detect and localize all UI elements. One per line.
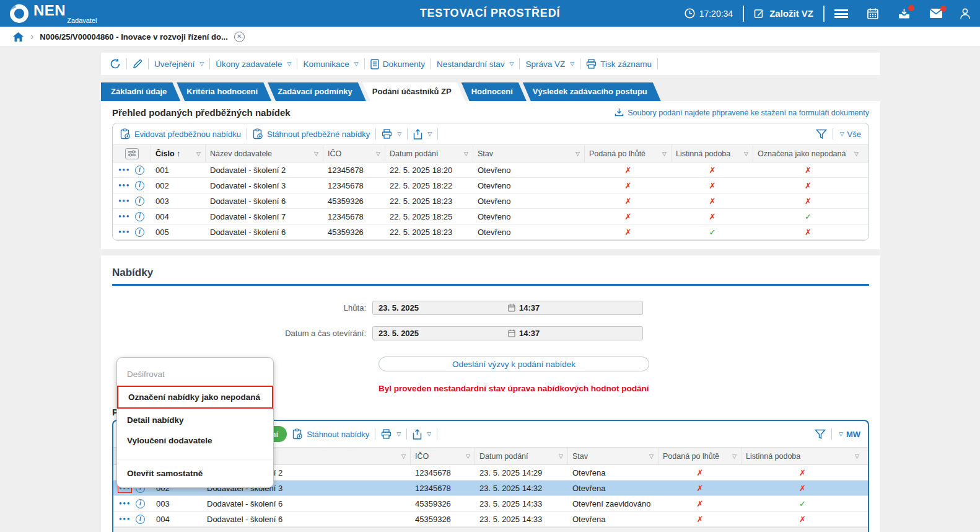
- filter-caret-icon[interactable]: ▽: [466, 453, 470, 459]
- column-header[interactable]: Název dodavatele▽: [206, 145, 323, 162]
- user-icon[interactable]: [959, 7, 971, 20]
- column-header[interactable]: Stav▽: [473, 145, 585, 162]
- filter-caret-icon[interactable]: ▽: [401, 453, 406, 459]
- supplier-name: Dodavatel - školení 6: [206, 197, 323, 206]
- print-table-button[interactable]: ▽: [382, 129, 401, 139]
- row-menu-dots-icon[interactable]: ●●●: [118, 166, 131, 174]
- home-icon[interactable]: [12, 32, 24, 42]
- filter-caret-icon[interactable]: ▽: [855, 453, 859, 459]
- context-menu-item[interactable]: Otevřít samostatně: [117, 463, 273, 484]
- context-menu-item[interactable]: Detail nabídky: [117, 410, 273, 430]
- create-vz-button[interactable]: Založit VZ: [754, 8, 813, 19]
- row-menu-dots-icon[interactable]: ●●●: [118, 212, 131, 221]
- column-header[interactable]: IČO▽: [411, 448, 475, 464]
- column-settings-icon[interactable]: [125, 148, 139, 159]
- column-header[interactable]: Datum podání▽: [385, 145, 473, 162]
- stahnout-nabidky-button[interactable]: Stáhnout nabídky: [292, 428, 369, 440]
- info-icon[interactable]: i: [135, 228, 144, 237]
- table-row[interactable]: ●●●i002Dodavatel - školení 31234567822. …: [113, 178, 868, 193]
- downloads-icon[interactable]: [898, 7, 911, 20]
- filter-icon[interactable]: [815, 429, 826, 440]
- menu-dokumenty[interactable]: Dokumenty: [370, 59, 425, 69]
- filter-preset-mw[interactable]: ▽MW: [838, 430, 860, 439]
- table-row[interactable]: ●●●i001Dodavatel - školení 21234567822. …: [113, 162, 868, 178]
- send-vyzva-button[interactable]: Odeslání výzvy k podání nabídek: [378, 357, 649, 371]
- row-menu-dots-icon[interactable]: ●●●: [118, 181, 131, 190]
- context-menu-item[interactable]: Vyloučení dodavatele: [117, 430, 273, 451]
- filter-caret-icon[interactable]: ▽: [662, 151, 667, 157]
- filter-preset-vse[interactable]: ▽Vše: [839, 130, 861, 139]
- column-header[interactable]: Označena jako nepodaná▽: [753, 145, 863, 162]
- files-download-link[interactable]: Soubory podání najdete připravené ke sta…: [615, 108, 869, 117]
- print-table-button[interactable]: ▽: [381, 429, 401, 439]
- row-menu-dots-icon[interactable]: ●●●: [118, 515, 131, 523]
- filter-icon[interactable]: [816, 129, 827, 140]
- history-button[interactable]: [110, 58, 121, 69]
- row-menu-dots-icon[interactable]: ●●●: [118, 197, 131, 205]
- tab-vysledek[interactable]: Výsledek zadávacího postupu: [523, 82, 661, 101]
- app-logo[interactable]: NEN Zadavatel: [6, 2, 97, 24]
- stahnout-predbezne-button[interactable]: Stáhnout předběžné nabídky: [253, 128, 370, 140]
- column-header[interactable]: Číslo ↑▽: [151, 145, 206, 162]
- menu-sprava-vz[interactable]: Správa VZ▽: [525, 60, 574, 69]
- row-menu-dots-icon[interactable]: ●●●: [118, 499, 131, 508]
- print-record-button[interactable]: Tisk záznamu: [586, 59, 652, 69]
- messages-icon[interactable]: [929, 8, 943, 19]
- info-icon[interactable]: i: [135, 166, 144, 175]
- filter-caret-icon[interactable]: ▽: [575, 151, 580, 157]
- export-table-button[interactable]: ▽: [413, 429, 431, 440]
- heading-rule: [112, 284, 869, 286]
- column-header-label: Datum podání: [479, 452, 528, 461]
- filter-caret-icon[interactable]: ▽: [744, 151, 748, 157]
- table-row[interactable]: ●●●i005Dodavatel - školení 64535932622. …: [113, 224, 868, 240]
- evidovat-nabidku-button[interactable]: Evidovat předběžnou nabídku: [120, 128, 241, 140]
- filter-caret-icon[interactable]: ▽: [376, 151, 380, 157]
- column-header[interactable]: Listinná podoba▽: [742, 448, 864, 464]
- divider: [519, 58, 520, 69]
- info-icon[interactable]: i: [136, 499, 145, 508]
- otevirani-date-value: 23. 5. 2025: [373, 329, 508, 338]
- filter-caret-icon[interactable]: ▽: [649, 453, 654, 459]
- edit-record-button[interactable]: [133, 59, 142, 69]
- row-menu-dots-icon[interactable]: ●●●: [118, 228, 131, 236]
- menu-uverejneni[interactable]: Uveřejnění▽: [154, 60, 204, 69]
- filter-caret-icon[interactable]: ▽: [314, 151, 318, 157]
- tab-zadavaci-podminky[interactable]: Zadávací podmínky: [268, 82, 366, 101]
- menu-nestandardni-stav[interactable]: Nestandardní stav▽: [437, 60, 514, 69]
- info-icon[interactable]: i: [135, 212, 144, 221]
- column-header[interactable]: IČO▽: [323, 145, 385, 162]
- otevirani-field[interactable]: 23. 5. 2025 14:37: [372, 326, 643, 340]
- menu-icon[interactable]: [834, 9, 848, 18]
- tab-zakladni-udaje[interactable]: Základní údaje: [101, 82, 180, 101]
- export-table-button[interactable]: ▽: [413, 129, 432, 140]
- column-header[interactable]: Stav▽: [568, 448, 658, 464]
- calendar-icon[interactable]: [867, 7, 879, 20]
- filter-caret-icon[interactable]: ▽: [196, 151, 201, 157]
- filter-caret-icon[interactable]: ▽: [464, 151, 468, 157]
- filter-caret-icon[interactable]: ▽: [559, 453, 563, 459]
- cross-icon: ✗: [805, 197, 812, 206]
- info-icon[interactable]: i: [136, 515, 145, 524]
- breadcrumb-item[interactable]: N006/25/V00004860 - Inovace v rozvoji ří…: [40, 32, 227, 42]
- filter-caret-icon[interactable]: ▽: [732, 453, 737, 459]
- tab-kriteria-hodnoceni[interactable]: Kritéria hodnocení: [177, 82, 271, 101]
- row-number: 003: [152, 499, 203, 508]
- lhuta-field[interactable]: 23. 5. 2025 14:37: [372, 301, 643, 315]
- close-tab-icon[interactable]: ✕: [234, 32, 245, 42]
- column-header[interactable]: Datum podání▽: [475, 448, 568, 464]
- context-menu-item[interactable]: Označení nabídky jako nepodaná: [117, 386, 273, 409]
- info-icon[interactable]: i: [135, 197, 144, 206]
- info-icon[interactable]: i: [135, 181, 144, 190]
- table-row[interactable]: ●●●i004Dodavatel - školení 71234567822. …: [113, 209, 868, 224]
- tab-hodnoceni[interactable]: Hodnocení: [462, 82, 527, 101]
- column-header[interactable]: Podaná po lhůtě▽: [658, 448, 742, 464]
- menu-ukony-zadavatele[interactable]: Úkony zadavatele▽: [216, 60, 291, 69]
- menu-komunikace[interactable]: Komunikace▽: [303, 60, 358, 69]
- table-row[interactable]: ●●●i003Dodavatel - školení 64535932623. …: [113, 496, 868, 512]
- column-header[interactable]: Listinná podoba▽: [672, 145, 753, 162]
- column-header[interactable]: Podaná po lhůtě▽: [585, 145, 672, 162]
- table-row[interactable]: ●●●i003Dodavatel - školení 64535932622. …: [113, 193, 868, 209]
- tab-podani-ucastniku-zp[interactable]: Podání účastníků ZP: [362, 82, 465, 101]
- table-row[interactable]: ●●●i004Dodavatel - školení 64535932623. …: [113, 512, 868, 527]
- filter-caret-icon[interactable]: ▽: [854, 151, 859, 157]
